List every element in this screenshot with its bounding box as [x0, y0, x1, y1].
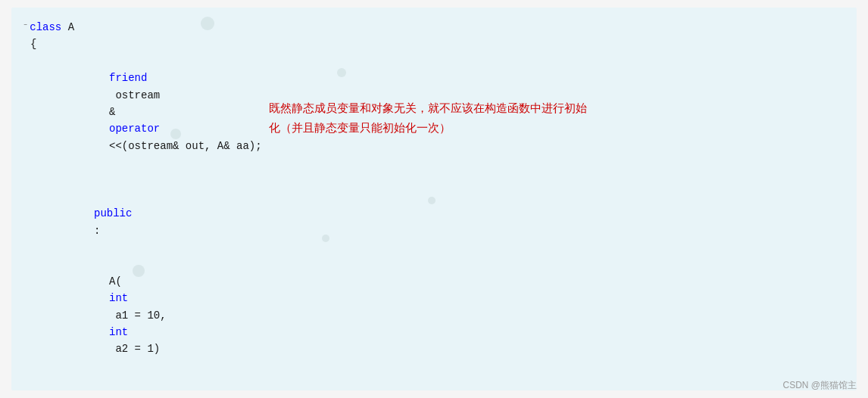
- watermark: CSDN @熊猫馆主: [782, 379, 857, 392]
- line-1: ⁻ class A: [23, 19, 849, 36]
- main-container: ⁻ class A { friend ostream & operator <<…: [0, 0, 868, 398]
- annotation-box: 既然静态成员变量和对象无关，就不应该在构造函数中进行初始 化（并且静态变量只能初…: [269, 98, 587, 137]
- line-blank-1: [23, 172, 849, 188]
- collapse-marker-1[interactable]: ⁻: [23, 20, 28, 35]
- line-public: public :: [23, 188, 849, 257]
- line-2: {: [23, 36, 849, 52]
- kw-class: class: [30, 19, 61, 36]
- annotation-text-line1: 既然静态成员变量和对象无关，就不应该在构造函数中进行初始: [269, 101, 587, 114]
- line-constructor: A( int a1 = 10, int a2 = 1): [23, 256, 849, 375]
- code-block: ⁻ class A { friend ostream & operator <<…: [23, 19, 849, 390]
- annotation-text-line2: 化（并且静态变量只能初始化一次）: [269, 121, 451, 134]
- line-blank-2: [23, 375, 849, 390]
- code-area: ⁻ class A { friend ostream & operator <<…: [11, 8, 857, 390]
